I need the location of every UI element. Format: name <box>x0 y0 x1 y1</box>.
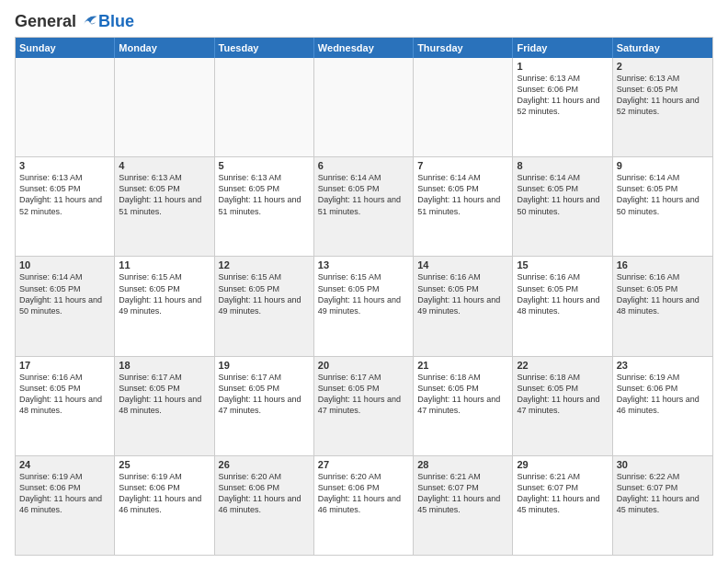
day-number: 12 <box>219 259 310 270</box>
day-info: Sunrise: 6:14 AMSunset: 6:05 PMDaylight:… <box>617 172 709 217</box>
day-cell-27: 27Sunrise: 6:20 AMSunset: 6:06 PMDayligh… <box>314 456 414 555</box>
day-info: Sunrise: 6:18 AMSunset: 6:05 PMDaylight:… <box>417 372 508 417</box>
day-info: Sunrise: 6:22 AMSunset: 6:07 PMDaylight:… <box>617 471 709 516</box>
day-cell-13: 13Sunrise: 6:15 AMSunset: 6:05 PMDayligh… <box>314 257 414 355</box>
day-info: Sunrise: 6:20 AMSunset: 6:06 PMDaylight:… <box>318 471 409 516</box>
day-number: 2 <box>617 61 709 72</box>
day-number: 23 <box>617 360 709 371</box>
day-number: 9 <box>617 160 709 171</box>
day-info: Sunrise: 6:19 AMSunset: 6:06 PMDaylight:… <box>119 471 210 516</box>
day-number: 21 <box>417 360 508 371</box>
day-info: Sunrise: 6:17 AMSunset: 6:05 PMDaylight:… <box>219 372 310 417</box>
day-cell-6: 6Sunrise: 6:14 AMSunset: 6:05 PMDaylight… <box>314 157 414 256</box>
empty-cell <box>16 58 115 156</box>
day-info: Sunrise: 6:13 AMSunset: 6:05 PMDaylight:… <box>19 172 110 217</box>
day-cell-3: 3Sunrise: 6:13 AMSunset: 6:05 PMDaylight… <box>16 157 115 256</box>
empty-cell <box>314 58 414 156</box>
day-cell-1: 1Sunrise: 6:13 AMSunset: 6:06 PMDaylight… <box>513 58 612 156</box>
day-cell-10: 10Sunrise: 6:14 AMSunset: 6:05 PMDayligh… <box>16 257 115 355</box>
day-info: Sunrise: 6:15 AMSunset: 6:05 PMDaylight:… <box>119 271 210 316</box>
empty-cell <box>414 58 513 156</box>
header: General Blue <box>15 11 713 31</box>
day-info: Sunrise: 6:16 AMSunset: 6:05 PMDaylight:… <box>417 271 508 316</box>
day-cell-20: 20Sunrise: 6:17 AMSunset: 6:05 PMDayligh… <box>314 357 414 455</box>
calendar-header-tuesday: Tuesday <box>215 38 314 58</box>
day-info: Sunrise: 6:13 AMSunset: 6:05 PMDaylight:… <box>219 172 310 217</box>
logo: General Blue <box>15 11 134 31</box>
day-number: 24 <box>19 459 110 470</box>
calendar-row-3: 17Sunrise: 6:16 AMSunset: 6:05 PMDayligh… <box>16 356 712 455</box>
day-cell-29: 29Sunrise: 6:21 AMSunset: 6:07 PMDayligh… <box>513 456 612 555</box>
day-number: 8 <box>517 160 608 171</box>
logo-bird-icon <box>78 11 98 31</box>
day-number: 7 <box>417 160 508 171</box>
empty-cell <box>215 58 314 156</box>
day-number: 28 <box>417 459 508 470</box>
calendar-row-1: 3Sunrise: 6:13 AMSunset: 6:05 PMDaylight… <box>16 156 712 256</box>
day-cell-7: 7Sunrise: 6:14 AMSunset: 6:05 PMDaylight… <box>414 157 513 256</box>
calendar-row-2: 10Sunrise: 6:14 AMSunset: 6:05 PMDayligh… <box>16 256 712 355</box>
day-info: Sunrise: 6:15 AMSunset: 6:05 PMDaylight:… <box>318 271 409 316</box>
logo-blue-text: Blue <box>98 12 134 31</box>
day-cell-14: 14Sunrise: 6:16 AMSunset: 6:05 PMDayligh… <box>414 257 513 355</box>
day-number: 16 <box>617 259 709 270</box>
day-info: Sunrise: 6:17 AMSunset: 6:05 PMDaylight:… <box>119 372 210 417</box>
day-cell-22: 22Sunrise: 6:18 AMSunset: 6:05 PMDayligh… <box>513 357 612 455</box>
day-number: 10 <box>19 259 110 270</box>
calendar-header-friday: Friday <box>513 38 612 58</box>
day-cell-25: 25Sunrise: 6:19 AMSunset: 6:06 PMDayligh… <box>115 456 214 555</box>
calendar-header-thursday: Thursday <box>414 38 513 58</box>
day-number: 29 <box>517 459 608 470</box>
day-info: Sunrise: 6:13 AMSunset: 6:06 PMDaylight:… <box>517 73 608 118</box>
day-number: 20 <box>318 360 409 371</box>
day-info: Sunrise: 6:16 AMSunset: 6:05 PMDaylight:… <box>19 372 110 417</box>
day-info: Sunrise: 6:14 AMSunset: 6:05 PMDaylight:… <box>19 271 110 316</box>
page: General Blue SundayMondayTuesdayWednesda… <box>0 0 728 563</box>
day-cell-17: 17Sunrise: 6:16 AMSunset: 6:05 PMDayligh… <box>16 357 115 455</box>
day-cell-8: 8Sunrise: 6:14 AMSunset: 6:05 PMDaylight… <box>513 157 612 256</box>
day-number: 3 <box>19 160 110 171</box>
day-number: 17 <box>19 360 110 371</box>
day-number: 1 <box>517 61 608 72</box>
day-cell-24: 24Sunrise: 6:19 AMSunset: 6:06 PMDayligh… <box>16 456 115 555</box>
day-number: 27 <box>318 459 409 470</box>
day-info: Sunrise: 6:16 AMSunset: 6:05 PMDaylight:… <box>617 271 709 316</box>
day-number: 11 <box>119 259 210 270</box>
day-info: Sunrise: 6:18 AMSunset: 6:05 PMDaylight:… <box>517 372 608 417</box>
day-cell-26: 26Sunrise: 6:20 AMSunset: 6:06 PMDayligh… <box>215 456 314 555</box>
day-info: Sunrise: 6:14 AMSunset: 6:05 PMDaylight:… <box>318 172 409 217</box>
day-info: Sunrise: 6:14 AMSunset: 6:05 PMDaylight:… <box>417 172 508 217</box>
day-number: 18 <box>119 360 210 371</box>
day-cell-28: 28Sunrise: 6:21 AMSunset: 6:07 PMDayligh… <box>414 456 513 555</box>
calendar-header-saturday: Saturday <box>613 38 712 58</box>
day-cell-21: 21Sunrise: 6:18 AMSunset: 6:05 PMDayligh… <box>414 357 513 455</box>
day-cell-30: 30Sunrise: 6:22 AMSunset: 6:07 PMDayligh… <box>613 456 712 555</box>
day-number: 5 <box>219 160 310 171</box>
day-number: 14 <box>417 259 508 270</box>
day-number: 30 <box>617 459 709 470</box>
day-number: 15 <box>517 259 608 270</box>
day-number: 22 <box>517 360 608 371</box>
day-cell-19: 19Sunrise: 6:17 AMSunset: 6:05 PMDayligh… <box>215 357 314 455</box>
day-cell-2: 2Sunrise: 6:13 AMSunset: 6:05 PMDaylight… <box>613 58 712 156</box>
calendar-header: SundayMondayTuesdayWednesdayThursdayFrid… <box>16 38 712 58</box>
day-cell-5: 5Sunrise: 6:13 AMSunset: 6:05 PMDaylight… <box>215 157 314 256</box>
empty-cell <box>115 58 214 156</box>
day-info: Sunrise: 6:17 AMSunset: 6:05 PMDaylight:… <box>318 372 409 417</box>
day-number: 6 <box>318 160 409 171</box>
day-info: Sunrise: 6:19 AMSunset: 6:06 PMDaylight:… <box>19 471 110 516</box>
day-info: Sunrise: 6:13 AMSunset: 6:05 PMDaylight:… <box>617 73 709 118</box>
calendar-header-sunday: Sunday <box>16 38 115 58</box>
day-cell-16: 16Sunrise: 6:16 AMSunset: 6:05 PMDayligh… <box>613 257 712 355</box>
calendar-header-monday: Monday <box>115 38 214 58</box>
calendar-header-wednesday: Wednesday <box>314 38 414 58</box>
day-number: 26 <box>219 459 310 470</box>
logo-general-text: General <box>15 12 76 31</box>
calendar: SundayMondayTuesdayWednesdayThursdayFrid… <box>15 37 713 556</box>
day-cell-9: 9Sunrise: 6:14 AMSunset: 6:05 PMDaylight… <box>613 157 712 256</box>
day-info: Sunrise: 6:13 AMSunset: 6:05 PMDaylight:… <box>119 172 210 217</box>
calendar-row-4: 24Sunrise: 6:19 AMSunset: 6:06 PMDayligh… <box>16 455 712 555</box>
day-number: 4 <box>119 160 210 171</box>
calendar-row-0: 1Sunrise: 6:13 AMSunset: 6:06 PMDaylight… <box>16 58 712 156</box>
day-info: Sunrise: 6:14 AMSunset: 6:05 PMDaylight:… <box>517 172 608 217</box>
